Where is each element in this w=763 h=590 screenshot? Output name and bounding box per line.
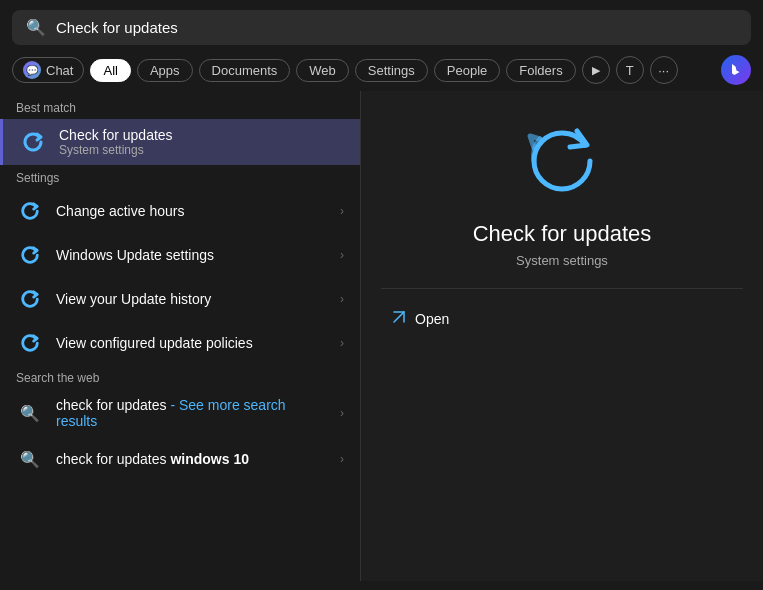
web-item-1-title-start: check for updates — [56, 397, 167, 413]
tab-web[interactable]: Web — [296, 59, 349, 82]
right-panel-subtitle: System settings — [516, 253, 608, 268]
search-web-icon-1: 🔍 — [16, 399, 44, 427]
web-item-1-dash: - — [167, 397, 179, 413]
arrow-icon-2: › — [340, 248, 344, 262]
tab-all[interactable]: All — [90, 59, 130, 82]
web-item-2[interactable]: 🔍 check for updates windows 10 › — [0, 437, 360, 481]
tab-documents[interactable]: Documents — [199, 59, 291, 82]
best-match-item[interactable]: Check for updates System settings — [0, 119, 360, 165]
refresh-icon-1 — [16, 197, 44, 225]
best-match-label: Best match — [0, 95, 360, 119]
bing-button[interactable] — [721, 55, 751, 85]
refresh-icon-4 — [16, 329, 44, 357]
main-content: Best match Check for updates System sett… — [0, 91, 763, 581]
settings-item-2[interactable]: Windows Update settings › — [0, 233, 360, 277]
search-web-icon-2: 🔍 — [16, 445, 44, 473]
divider — [381, 288, 743, 289]
open-external-icon — [391, 309, 407, 329]
tab-people[interactable]: People — [434, 59, 500, 82]
search-icon: 🔍 — [26, 18, 46, 37]
best-match-text: Check for updates System settings — [59, 127, 344, 157]
settings-item-3-text: View your Update history — [56, 291, 328, 307]
settings-item-1[interactable]: Change active hours › — [0, 189, 360, 233]
open-button[interactable]: Open — [381, 303, 459, 335]
search-bar: 🔍 — [12, 10, 751, 45]
web-item-1-text: check for updates - See more search resu… — [56, 397, 328, 429]
filter-tabs: 💬 Chat All Apps Documents Web Settings P… — [0, 55, 763, 85]
best-match-title: Check for updates — [59, 127, 344, 143]
web-item-2-start: check for updates — [56, 451, 170, 467]
arrow-icon-3: › — [340, 292, 344, 306]
settings-item-4-text: View configured update policies — [56, 335, 328, 351]
arrow-icon-web-1: › — [340, 406, 344, 420]
search-web-label: Search the web — [0, 365, 360, 389]
open-label: Open — [415, 311, 449, 327]
refresh-icon-best — [19, 128, 47, 156]
arrow-icon-1: › — [340, 204, 344, 218]
right-panel-title: Check for updates — [473, 221, 652, 247]
refresh-icon-3 — [16, 285, 44, 313]
tab-apps[interactable]: Apps — [137, 59, 193, 82]
settings-item-2-text: Windows Update settings — [56, 247, 328, 263]
left-panel: Best match Check for updates System sett… — [0, 91, 360, 581]
settings-item-1-text: Change active hours — [56, 203, 328, 219]
play-button[interactable]: ▶ — [582, 56, 610, 84]
web-item-2-text: check for updates windows 10 — [56, 451, 328, 467]
t-button[interactable]: T — [616, 56, 644, 84]
tab-chat[interactable]: 💬 Chat — [12, 57, 84, 83]
settings-item-3[interactable]: View your Update history › — [0, 277, 360, 321]
more-button[interactable]: ··· — [650, 56, 678, 84]
arrow-icon-4: › — [340, 336, 344, 350]
right-panel: Check for updates System settings Open — [360, 91, 763, 581]
settings-section-label: Settings — [0, 165, 360, 189]
search-input[interactable] — [56, 19, 737, 36]
tab-settings[interactable]: Settings — [355, 59, 428, 82]
best-match-subtitle: System settings — [59, 143, 344, 157]
arrow-icon-web-2: › — [340, 452, 344, 466]
tab-folders[interactable]: Folders — [506, 59, 575, 82]
web-item-2-bold: windows 10 — [170, 451, 249, 467]
refresh-icon-2 — [16, 241, 44, 269]
chat-icon: 💬 — [23, 61, 41, 79]
web-item-1[interactable]: 🔍 check for updates - See more search re… — [0, 389, 360, 437]
settings-item-4[interactable]: View configured update policies › — [0, 321, 360, 365]
big-refresh-icon — [522, 121, 602, 201]
